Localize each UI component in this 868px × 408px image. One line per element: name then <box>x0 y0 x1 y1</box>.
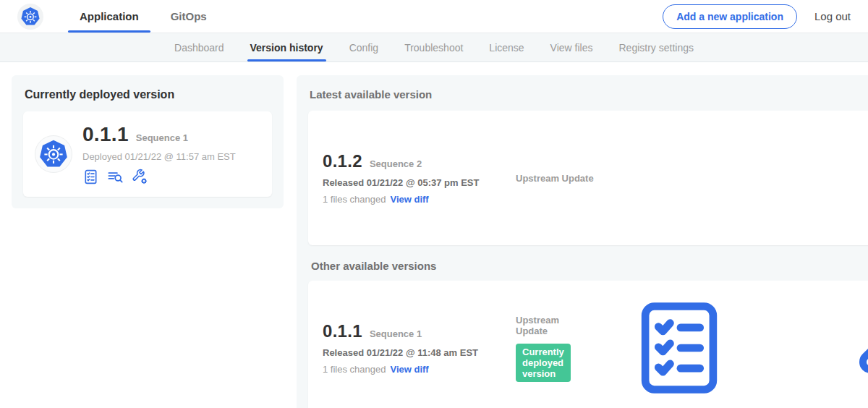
files-changed: 1 files changedView diff <box>323 364 507 375</box>
subnav-tab-view-files[interactable]: View files <box>537 33 606 61</box>
version-row-actions: Redeploy <box>571 294 868 402</box>
preflight-checks-icon[interactable] <box>82 169 99 185</box>
files-changed: 1 files changedView diff <box>323 194 507 205</box>
subnav-tab-registry-settings[interactable]: Registry settings <box>606 33 707 61</box>
subnav-tab-config[interactable]: Config <box>336 33 391 61</box>
edit-config-icon[interactable] <box>132 169 148 185</box>
tab-application[interactable]: Application <box>64 0 155 33</box>
tab-gitops[interactable]: GitOps <box>155 0 223 33</box>
app-tabs: Application GitOps <box>64 0 223 33</box>
add-application-button[interactable]: Add a new application <box>663 4 797 29</box>
version-number: 0.1.1 <box>323 321 362 341</box>
deployed-panel-title: Currently deployed version <box>25 88 271 101</box>
currently-deployed-badge: Currently deployed version <box>516 344 571 382</box>
subnav-tab-troubleshoot[interactable]: Troubleshoot <box>391 33 476 61</box>
deployed-version-number: 0.1.1 <box>82 123 129 146</box>
deployed-version-card: 0.1.1 Sequence 1 Deployed 01/21/22 @ 11:… <box>23 111 272 197</box>
files-changed-count: 1 files changed <box>323 364 386 375</box>
source-label: Upstream Update <box>516 173 808 184</box>
preflight-checks-icon[interactable] <box>808 124 868 232</box>
version-row-0-1-2: 0.1.2 Sequence 2 Released 01/21/22 @ 05:… <box>308 111 868 245</box>
deployed-version-info: 0.1.1 Sequence 1 Deployed 01/21/22 @ 11:… <box>82 123 236 185</box>
preflight-checks-icon[interactable] <box>571 294 788 402</box>
logout-link[interactable]: Log out <box>814 10 851 22</box>
kubernetes-helm-icon <box>20 7 41 27</box>
kubernetes-logo <box>17 4 43 30</box>
subnav-tab-license[interactable]: License <box>476 33 537 61</box>
released-timestamp: Released 01/21/22 @ 11:48 am EST <box>323 347 507 358</box>
version-number: 0.1.2 <box>323 151 362 171</box>
version-info: 0.1.2 Sequence 2 Released 01/21/22 @ 05:… <box>323 151 507 205</box>
latest-version-title: Latest available version <box>310 88 432 101</box>
currently-deployed-panel: Currently deployed version 0.1.1 Sequenc… <box>12 75 284 208</box>
app-subnav: Dashboard Version history Config Trouble… <box>0 33 868 62</box>
app-header: Application GitOps Add a new application… <box>0 0 868 33</box>
version-history-panel: Latest available version Check for updat… <box>297 75 868 408</box>
version-info: 0.1.1 Sequence 1 Released 01/21/22 @ 11:… <box>323 321 507 375</box>
version-row-actions: Deploy <box>808 124 868 232</box>
sequence-label: Sequence 1 <box>370 328 422 339</box>
kubernetes-helm-icon <box>38 139 69 169</box>
deploy-logs-icon[interactable] <box>107 169 124 185</box>
view-diff-link[interactable]: View diff <box>390 194 428 205</box>
released-timestamp: Released 01/21/22 @ 05:37 pm EST <box>323 177 507 188</box>
deployed-timestamp: Deployed 01/21/22 @ 11:57 am EST <box>82 151 236 162</box>
version-source: Upstream Update Currently deployed versi… <box>507 315 571 382</box>
other-versions-title: Other available versions <box>311 260 868 272</box>
files-changed-count: 1 files changed <box>323 194 386 205</box>
latest-version-header: Latest available version Check for updat… <box>310 88 868 101</box>
subnav-tab-version-history[interactable]: Version history <box>237 33 336 61</box>
deployed-sequence-label: Sequence 1 <box>136 132 188 143</box>
subnav-tab-dashboard[interactable]: Dashboard <box>161 33 237 61</box>
version-source: Upstream Update <box>507 173 808 184</box>
version-row-0-1-1: 0.1.1 Sequence 1 Released 01/21/22 @ 11:… <box>308 281 868 408</box>
main-content: Currently deployed version 0.1.1 Sequenc… <box>0 62 868 408</box>
edit-config-icon[interactable] <box>798 294 868 402</box>
app-icon <box>35 135 72 173</box>
sequence-label: Sequence 2 <box>370 158 422 169</box>
header-right: Add a new application Log out <box>663 4 851 29</box>
view-diff-link[interactable]: View diff <box>390 364 428 375</box>
source-label: Upstream Update <box>516 315 571 336</box>
deployed-actions <box>82 169 236 185</box>
